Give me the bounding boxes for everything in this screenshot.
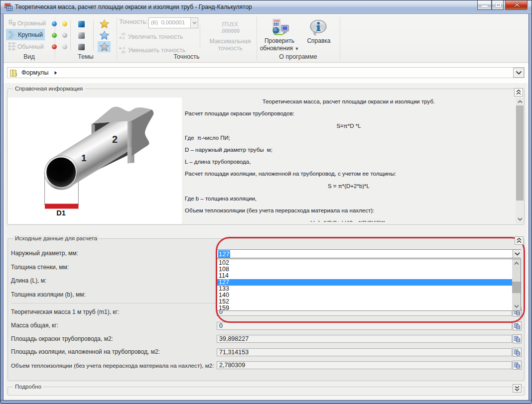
svg-text:2: 2 [112, 134, 118, 145]
svg-text:D1: D1 [56, 209, 66, 217]
svg-text:.0: .0 [122, 36, 125, 40]
svg-text:.00: .00 [121, 32, 126, 36]
svg-text:.0: .0 [122, 46, 125, 50]
svg-text:1: 1 [81, 153, 87, 163]
svg-text:.00: .00 [121, 50, 126, 54]
